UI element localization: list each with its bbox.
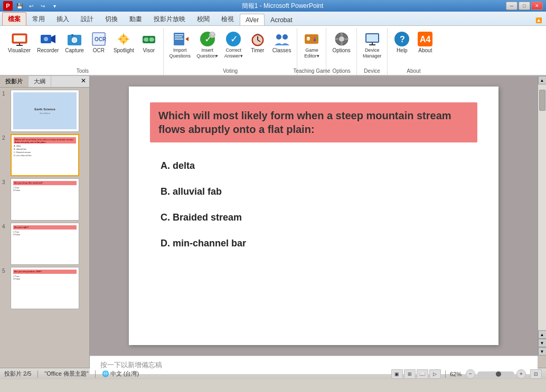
tab-slideshow[interactable]: 投影片放映 <box>148 12 191 25</box>
zoom-out-button[interactable]: − <box>466 369 475 379</box>
slide-number-2: 2 <box>2 135 8 141</box>
spotlight-button[interactable]: Spotlight <box>111 29 137 55</box>
undo-icon[interactable]: ↩ <box>26 1 36 11</box>
svg-rect-36 <box>305 34 318 44</box>
ribbon-group-tools: Visualizer Recorder Capture OCR OCR <box>2 28 164 75</box>
fit-window-button[interactable]: ⊡ <box>530 369 542 379</box>
recorder-button[interactable]: Recorder <box>34 29 61 55</box>
voting-items: ImportQuestions ✓? InsertQuestion▾ ✓ Cor… <box>167 29 294 68</box>
tab-slides[interactable]: 投影片 <box>0 76 29 87</box>
redo-icon[interactable]: ↪ <box>38 1 48 11</box>
tab-transitions[interactable]: 切換 <box>99 12 124 25</box>
svg-point-40 <box>314 37 316 39</box>
tools-items: Visualizer Recorder Capture OCR OCR <box>5 29 160 68</box>
insert-question-button[interactable]: ✓? InsertQuestion▾ <box>194 29 221 61</box>
vertical-scrollbar[interactable]: ▲ ▲ ▼ ▼ <box>538 76 546 356</box>
recorder-label: Recorder <box>37 47 59 54</box>
zoom-slider[interactable] <box>477 371 514 377</box>
save-icon[interactable]: 💾 <box>15 1 24 11</box>
scroll-down-button[interactable]: ▼ <box>538 347 547 356</box>
status-divider-1 <box>37 370 38 378</box>
help-small-icon[interactable]: 🔼 <box>533 16 544 24</box>
svg-point-34 <box>276 34 281 40</box>
tab-view[interactable]: 檢視 <box>215 12 240 25</box>
reading-view-button[interactable]: 📖 <box>417 369 428 379</box>
slide-item-5[interactable]: 5 Are you sleep before 1200? 1.True 2.Fa… <box>2 267 87 309</box>
tab-design[interactable]: 設計 <box>75 12 99 25</box>
device-manager-button[interactable]: DeviceManager <box>360 29 384 61</box>
help-button[interactable]: ? Help <box>391 29 413 55</box>
slide-item-2[interactable]: 2 Which will most likely form when a ste… <box>2 134 87 176</box>
scroll-prev-button[interactable]: ▲ <box>538 330 547 339</box>
about-items: ? Help A4 About <box>391 29 436 68</box>
insert-question-label: InsertQuestion▾ <box>196 47 218 59</box>
language-text: 中文 (台灣) <box>110 370 139 378</box>
svg-rect-47 <box>335 38 338 40</box>
maximize-button[interactable]: □ <box>519 2 530 10</box>
game-editor-icon <box>303 31 320 47</box>
about-label: About <box>418 47 432 54</box>
tab-acrobat[interactable]: Acrobat <box>265 14 298 25</box>
ocr-button[interactable]: OCR OCR <box>88 29 110 55</box>
slide-panel-close[interactable]: ✕ <box>78 76 89 87</box>
device-items: DeviceManager <box>360 29 384 68</box>
ocr-icon: OCR <box>90 31 107 47</box>
tab-outline[interactable]: 大綱 <box>29 76 51 87</box>
tab-home[interactable]: 常用 <box>26 12 51 25</box>
status-left: 投影片 2/5 "Office 佈景主題" 🌐 中文 (台灣) <box>4 370 139 378</box>
timer-button[interactable]: Timer <box>247 29 269 55</box>
canvas-and-scrollbar: Which will most likely form when a steep… <box>90 76 546 356</box>
import-questions-label: ImportQuestions <box>170 47 191 59</box>
close-button[interactable]: ✕ <box>531 2 543 10</box>
normal-view-button[interactable]: ▣ <box>391 369 403 379</box>
correct-answer-button[interactable]: ✓ CorrectAnswer▾ <box>222 29 246 61</box>
tab-file[interactable]: 檔案 <box>2 12 26 25</box>
answer-option-b: B. alluvial fab <box>150 179 477 205</box>
help-icon: ? <box>393 31 410 47</box>
classes-button[interactable]: Classes <box>270 29 294 55</box>
scroll-next-button[interactable]: ▼ <box>538 339 547 347</box>
visualizer-label: Visualizer <box>8 47 31 54</box>
tab-review[interactable]: 校閱 <box>191 12 215 25</box>
slide-sorter-button[interactable]: ⊞ <box>404 369 416 379</box>
slideshow-button[interactable]: ▷ <box>429 369 441 379</box>
insert-question-icon: ✓? <box>199 31 216 47</box>
options-button[interactable]: Options <box>330 29 353 55</box>
slide-list: 1 Earth Science Your Name 2 Which will m… <box>0 88 89 368</box>
svg-marker-22 <box>185 37 189 41</box>
answer-option-d: D. min-channel bar <box>150 231 477 256</box>
main-area: 投影片 大綱 ✕ 1 Earth Science Your Name <box>0 76 546 368</box>
options-label: Options <box>332 47 350 54</box>
svg-rect-10 <box>71 34 73 36</box>
slide-canvas[interactable]: Which will most likely form when a steep… <box>129 87 498 345</box>
visualizer-button[interactable]: Visualizer <box>5 29 33 55</box>
scroll-up-button[interactable]: ▲ <box>538 76 547 84</box>
question-banner: Which will most likely form when a steep… <box>150 102 477 142</box>
tab-animations[interactable]: 動畫 <box>124 12 148 25</box>
minimize-button[interactable]: ─ <box>506 2 517 10</box>
svg-rect-50 <box>366 34 378 42</box>
scroll-track <box>538 84 546 330</box>
scroll-thumb[interactable] <box>539 90 545 111</box>
slide-item-4[interactable]: 4 Are you right? 1.True 2.False <box>2 223 87 265</box>
zoom-thumb[interactable] <box>496 371 501 377</box>
svg-text:OCR: OCR <box>95 36 107 42</box>
import-questions-icon <box>172 31 189 47</box>
slide-item-3[interactable]: 3 Are you busy this weekend? 1.True 2.Fa… <box>2 178 87 221</box>
game-editor-button[interactable]: GameEditor▾ <box>300 29 323 61</box>
slide-number-5: 5 <box>2 268 8 274</box>
slide-item-1[interactable]: 1 Earth Science Your Name <box>2 90 87 132</box>
tab-aver[interactable]: AVer <box>240 14 265 25</box>
import-questions-button[interactable]: ImportQuestions <box>167 29 193 61</box>
about-button[interactable]: A4 About <box>414 29 436 55</box>
customize-icon[interactable]: ▾ <box>50 1 59 11</box>
tab-insert[interactable]: 插入 <box>51 12 75 25</box>
svg-rect-33 <box>256 34 259 35</box>
zoom-in-button[interactable]: + <box>516 369 526 379</box>
visor-button[interactable]: Visor <box>138 29 160 55</box>
ribbon-group-voting: ImportQuestions ✓? InsertQuestion▾ ✓ Cor… <box>164 28 298 75</box>
title-bar: P 💾 ↩ ↪ ▾ 簡報1 - Microsoft PowerPoint ─ □… <box>0 0 546 12</box>
capture-button[interactable]: Capture <box>62 29 87 55</box>
options-group-label: Options <box>332 68 350 74</box>
about-icon: A4 <box>417 31 434 47</box>
